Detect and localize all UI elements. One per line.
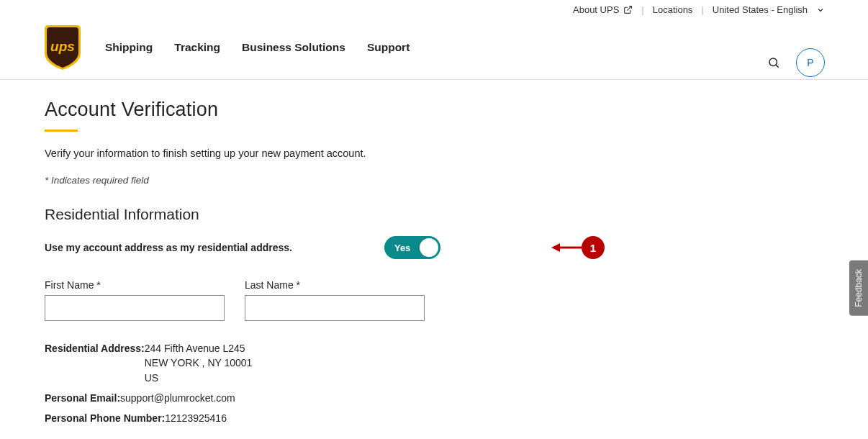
- first-name-input[interactable]: [45, 295, 225, 321]
- arrow-left-icon: [551, 243, 582, 253]
- toggle-knob: [420, 238, 438, 257]
- about-ups-link[interactable]: About UPS: [573, 4, 633, 15]
- annotation-number: 1: [590, 242, 596, 254]
- main-content: Account Verification Verify your informa…: [0, 80, 868, 439]
- nav-business-solutions[interactable]: Business Solutions: [242, 41, 345, 54]
- nav-support[interactable]: Support: [367, 41, 410, 54]
- phone-row: Personal Phone Number: 12123925416: [45, 411, 823, 425]
- address-row: Residential Address: 244 Fifth Avenue L2…: [45, 341, 823, 385]
- address-line1: 244 Fifth Avenue L245: [145, 343, 245, 354]
- annotation-badge: 1: [582, 236, 605, 259]
- svg-line-0: [628, 6, 632, 11]
- phone-value: 12123925416: [165, 411, 227, 425]
- search-icon[interactable]: [767, 56, 780, 69]
- topbar: About UPS | Locations | United States - …: [0, 0, 868, 15]
- svg-marker-5: [551, 243, 560, 252]
- header: ups Shipping Tracking Business Solutions…: [0, 15, 868, 80]
- avatar[interactable]: P: [796, 48, 825, 77]
- page-title: Account Verification: [45, 99, 823, 121]
- main-nav: Shipping Tracking Business Solutions Sup…: [105, 41, 410, 54]
- last-name-field: Last Name *: [245, 279, 425, 321]
- first-name-label: First Name *: [45, 279, 225, 291]
- address-label: Residential Address:: [45, 341, 145, 385]
- title-underline: [45, 130, 78, 132]
- toggle-row: Use my account address as my residential…: [45, 236, 823, 259]
- intro-text: Verify your information to finish settin…: [45, 148, 823, 159]
- about-ups-label: About UPS: [573, 4, 619, 15]
- nav-tracking[interactable]: Tracking: [174, 41, 220, 54]
- email-row: Personal Email: support@plumrocket.com: [45, 391, 823, 405]
- email-value: support@plumrocket.com: [120, 391, 235, 405]
- address-line2: NEW YORK , NY 10001: [145, 357, 253, 368]
- nav-shipping[interactable]: Shipping: [105, 41, 153, 54]
- locations-link[interactable]: Locations: [653, 4, 693, 15]
- svg-point-2: [769, 58, 777, 66]
- chevron-down-icon: [816, 6, 825, 14]
- required-note: * Indicates required field: [45, 175, 823, 186]
- avatar-initial: P: [807, 57, 813, 68]
- address-value: 244 Fifth Avenue L245 NEW YORK , NY 1000…: [145, 341, 253, 385]
- residential-heading: Residential Information: [45, 206, 823, 223]
- svg-line-3: [776, 65, 779, 68]
- annotation-callout: 1: [551, 236, 605, 259]
- last-name-input[interactable]: [245, 295, 425, 321]
- use-account-address-toggle[interactable]: Yes: [384, 236, 440, 259]
- toggle-label: Use my account address as my residential…: [45, 242, 292, 253]
- toggle-state-text: Yes: [394, 243, 410, 253]
- svg-text:ups: ups: [50, 39, 75, 54]
- header-right: P: [767, 48, 825, 77]
- locale-label: United States - English: [713, 4, 808, 15]
- ups-logo[interactable]: ups: [43, 24, 82, 71]
- email-label: Personal Email:: [45, 391, 120, 405]
- feedback-label: Feedback: [854, 269, 864, 307]
- separator: |: [701, 4, 703, 15]
- residential-info: Residential Address: 244 Fifth Avenue L2…: [45, 341, 823, 425]
- name-fields-row: First Name * Last Name *: [45, 279, 823, 321]
- feedback-tab[interactable]: Feedback: [849, 261, 868, 316]
- external-link-icon: [623, 5, 633, 14]
- first-name-field: First Name *: [45, 279, 225, 321]
- separator: |: [641, 4, 643, 15]
- phone-label: Personal Phone Number:: [45, 411, 165, 425]
- last-name-label: Last Name *: [245, 279, 425, 291]
- locale-selector[interactable]: United States - English: [713, 4, 825, 15]
- address-line3: US: [145, 372, 158, 384]
